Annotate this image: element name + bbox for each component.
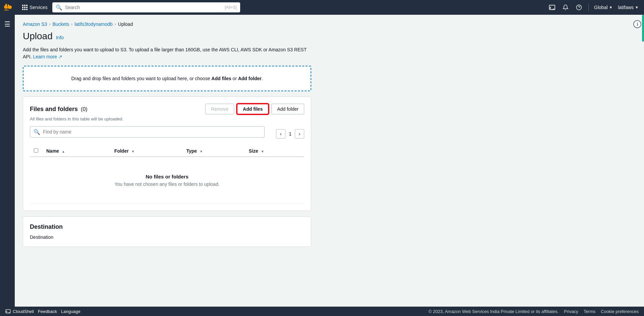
search-hint: [Alt+S] [225,5,237,10]
search-bar[interactable]: 🔍 [Alt+S] [52,2,240,12]
top-navbar: aws Services 🔍 [Alt+S] [0,0,644,15]
table-head: Name ▲ Folder ▼ Type ▼ Size ▼ [30,146,304,157]
region-btn[interactable]: Global ▼ [593,5,614,10]
col-type-label: Type [186,148,197,154]
breadcrumb-amazon-s3[interactable]: Amazon S3 [23,21,47,27]
table-empty-state: No files or folders You have not chosen … [34,160,300,200]
main-content: Amazon S3 › Buckets › latifs3todynamodb … [15,15,644,307]
services-label: Services [30,5,48,10]
breadcrumb-sep-1: › [49,22,50,27]
col-type-sort-icon[interactable]: ▼ [200,150,203,153]
breadcrumb: Amazon S3 › Buckets › latifs3todynamodb … [23,21,636,27]
col-name-sort-icon[interactable]: ▲ [62,150,65,153]
region-dropdown-icon: ▼ [609,5,613,9]
files-folders-label: Files and folders [30,106,78,112]
breadcrumb-current: Upload [118,21,133,27]
select-all-checkbox[interactable] [34,148,38,153]
empty-title: No files or folders [34,174,300,179]
card-title-group: Files and folders (0) [30,106,88,113]
help-icon-btn[interactable] [574,2,584,13]
breadcrumb-sep-2: › [71,22,72,27]
col-folder-header[interactable]: Folder ▼ [110,146,182,157]
table-search-wrap: 🔍 [30,126,273,142]
drop-zone-text-before: Drag and drop files and folders you want… [71,76,211,81]
add-folder-button[interactable]: Add folder [271,104,304,114]
files-count-badge: (0) [81,106,88,112]
pagination-next-btn[interactable]: › [295,129,304,139]
pagination-current: 1 [287,131,293,137]
card-subtitle: All files and folders in this table will… [30,116,304,121]
cloudshell-icon-btn[interactable] [547,2,557,13]
drop-zone[interactable]: Drag and drop files and folders you want… [23,66,311,91]
col-folder-sort-icon[interactable]: ▼ [131,150,135,153]
table-search-input[interactable] [43,129,261,135]
user-btn[interactable]: latifaws ▼ [616,5,640,10]
services-nav-btn[interactable]: Services [20,5,50,10]
sidebar-menu-button[interactable]: ☰ [2,18,12,30]
aws-logo[interactable]: aws [4,1,16,13]
breadcrumb-sep-3: › [115,22,116,27]
info-circle-btn[interactable]: ℹ [633,20,641,28]
col-size-header[interactable]: Size ▼ [245,146,304,157]
table-search-icon: 🔍 [34,129,40,135]
col-name-label: Name [46,148,59,154]
search-icon: 🔍 [56,4,62,11]
col-name-header[interactable]: Name ▲ [42,146,110,157]
pagination: ‹ 1 › [276,129,304,139]
table-body: No files or folders You have not chosen … [30,157,304,204]
page-description: Add the files and folders you want to up… [23,46,311,60]
breadcrumb-buckets[interactable]: Buckets [52,21,69,27]
page-header: Upload Info [23,31,636,42]
card-title: Files and folders (0) [30,106,88,112]
learn-more-link[interactable]: Learn more ↗ [33,54,62,59]
files-folders-card: Files and folders (0) Remove Add files A… [23,97,311,211]
navbar-right: Global ▼ latifaws ▼ [547,2,640,13]
card-actions: Remove Add files Add folder [205,104,304,114]
navbar-divider [588,3,589,11]
grid-icon [22,5,28,10]
breadcrumb-bucket-name[interactable]: latifs3todynamodb [74,21,113,27]
files-table: Name ▲ Folder ▼ Type ▼ Size ▼ [30,146,304,204]
info-link[interactable]: Info [56,35,64,40]
destination-card: Destination Destination [23,216,311,247]
add-folder-inline-label: Add folder [238,76,262,81]
page-title: Upload [23,31,53,42]
user-dropdown-icon: ▼ [635,5,639,9]
col-type-header[interactable]: Type ▼ [182,146,245,157]
select-all-header[interactable] [30,146,42,157]
add-files-button[interactable]: Add files [237,104,269,114]
region-label: Global [594,5,607,10]
drop-zone-text-middle: or [231,76,238,81]
card-header: Files and folders (0) Remove Add files A… [30,104,304,114]
left-sidebar: ☰ [0,15,15,307]
table-search-box[interactable]: 🔍 [30,126,265,138]
search-input[interactable] [65,5,222,10]
drop-zone-text-end: . [262,76,263,81]
svg-text:aws: aws [4,9,9,11]
destination-title: Destination [30,223,304,230]
empty-state-cell: No files or folders You have not chosen … [30,157,304,204]
empty-desc: You have not chosen any files or folders… [34,181,300,187]
col-folder-label: Folder [114,148,129,154]
table-toolbar: 🔍 ‹ 1 › [30,126,304,142]
destination-label: Destination [30,234,304,240]
col-size-label: Size [249,148,258,154]
pagination-prev-btn[interactable]: ‹ [276,129,285,139]
remove-button[interactable]: Remove [205,104,234,114]
add-files-inline-label: Add files [211,76,231,81]
page-desc-text: Add the files and folders you want to up… [23,47,307,59]
bell-icon-btn[interactable] [560,2,571,13]
scrollbar-accent[interactable] [642,15,644,42]
user-label: latifaws [618,5,634,10]
col-size-sort-icon[interactable]: ▼ [261,150,264,153]
